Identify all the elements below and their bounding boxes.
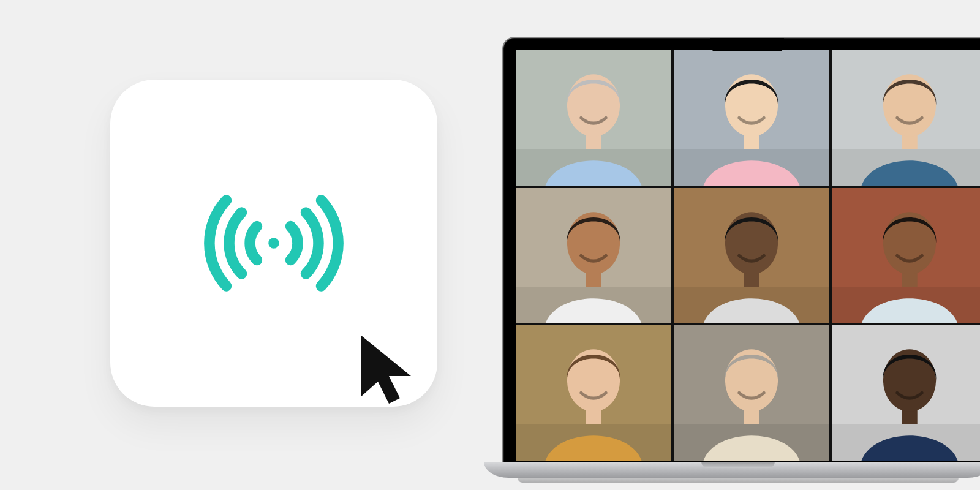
video-tile	[674, 50, 829, 186]
svg-point-4	[567, 74, 620, 137]
laptop-notch	[710, 38, 784, 51]
svg-point-0	[268, 238, 279, 249]
broadcast-icon	[197, 182, 350, 304]
svg-point-8	[725, 74, 778, 137]
video-tile	[832, 325, 980, 461]
video-tile	[516, 325, 671, 461]
video-tile	[674, 188, 829, 323]
svg-point-12	[883, 74, 936, 137]
video-tile	[832, 188, 980, 323]
video-tile	[674, 325, 829, 461]
laptop-device	[484, 37, 980, 490]
laptop-foot	[518, 478, 959, 483]
laptop-screen-bezel	[502, 37, 980, 466]
video-grid	[516, 50, 980, 461]
video-tile	[832, 50, 980, 186]
video-tile	[516, 188, 671, 323]
video-tile	[516, 50, 671, 186]
laptop-base	[484, 462, 980, 478]
pointer-cursor-icon	[343, 325, 435, 417]
